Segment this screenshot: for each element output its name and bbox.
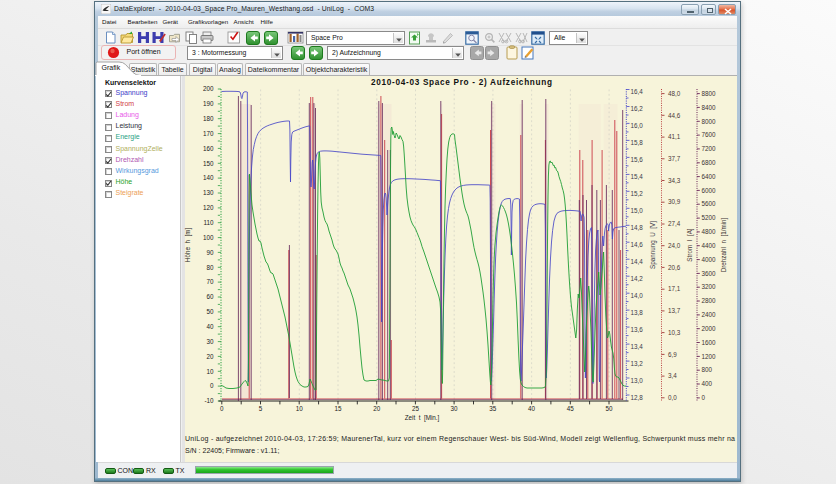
svg-text:13,2: 13,2 — [631, 360, 644, 367]
svg-text:14,8: 14,8 — [631, 224, 644, 231]
svg-text:60: 60 — [206, 293, 214, 300]
svg-text:190: 190 — [203, 100, 214, 107]
svg-text:7600: 7600 — [702, 131, 717, 138]
svg-text:14,4: 14,4 — [631, 258, 644, 265]
svg-text:13,8: 13,8 — [631, 309, 644, 316]
svg-text:16,0: 16,0 — [631, 122, 644, 129]
svg-text:20,6: 20,6 — [668, 264, 681, 271]
svg-text:110: 110 — [203, 219, 214, 226]
svg-text:24,0: 24,0 — [668, 242, 681, 249]
svg-text:30: 30 — [206, 338, 214, 345]
svg-text:6000: 6000 — [702, 187, 717, 194]
svg-text:8800: 8800 — [702, 90, 717, 97]
svg-text:2010-04-03 Space Pro - 2) Aufz: 2010-04-03 Space Pro - 2) Aufzeichnung — [371, 78, 552, 87]
svg-text:16,2: 16,2 — [631, 105, 644, 112]
svg-text:1200: 1200 — [702, 353, 717, 360]
svg-text:2000: 2000 — [702, 325, 717, 332]
svg-text:170: 170 — [203, 130, 214, 137]
svg-text:3,4: 3,4 — [668, 372, 677, 379]
svg-text:Strom I [A]: Strom I [A] — [686, 228, 694, 261]
svg-text:70: 70 — [206, 278, 214, 285]
svg-text:6400: 6400 — [702, 173, 717, 180]
svg-text:4400: 4400 — [702, 242, 717, 249]
svg-text:15,8: 15,8 — [631, 139, 644, 146]
svg-text:800: 800 — [702, 366, 713, 373]
svg-text:200: 200 — [203, 85, 214, 92]
svg-text:5600: 5600 — [702, 200, 717, 207]
svg-text:6800: 6800 — [702, 159, 717, 166]
svg-text:10: 10 — [206, 368, 214, 375]
svg-text:14,2: 14,2 — [631, 275, 644, 282]
svg-text:0,0: 0,0 — [668, 394, 677, 401]
svg-text:40: 40 — [206, 323, 214, 330]
svg-text:2800: 2800 — [702, 297, 717, 304]
svg-text:17,1: 17,1 — [668, 285, 681, 292]
svg-text:13,7: 13,7 — [668, 307, 681, 314]
svg-text:6,9: 6,9 — [668, 351, 677, 358]
svg-text:90: 90 — [206, 249, 214, 256]
svg-text:20: 20 — [206, 353, 214, 360]
svg-text:0: 0 — [220, 405, 224, 412]
svg-text:20: 20 — [373, 405, 381, 412]
svg-text:13,4: 13,4 — [631, 343, 644, 350]
svg-text:13,6: 13,6 — [631, 326, 644, 333]
svg-text:S/N : 22405; Firmware : v1.11;: S/N : 22405; Firmware : v1.11; — [185, 447, 279, 454]
svg-text:50: 50 — [206, 308, 214, 315]
svg-text:-10: -10 — [204, 397, 214, 404]
svg-text:15,6: 15,6 — [631, 156, 644, 163]
svg-text:10: 10 — [296, 405, 304, 412]
svg-text:30: 30 — [451, 405, 459, 412]
svg-text:15: 15 — [334, 405, 342, 412]
svg-text:15,4: 15,4 — [631, 173, 644, 180]
svg-text:34,3: 34,3 — [668, 177, 681, 184]
svg-text:15,2: 15,2 — [631, 190, 644, 197]
svg-text:13,0: 13,0 — [631, 377, 644, 384]
svg-text:40: 40 — [528, 405, 536, 412]
svg-text:UniLog - aufgezeichnet 2010-04: UniLog - aufgezeichnet 2010-04-03, 17:26… — [185, 435, 735, 443]
svg-text:35: 35 — [489, 405, 497, 412]
svg-text:45: 45 — [567, 405, 575, 412]
svg-text:3200: 3200 — [702, 283, 717, 290]
svg-text:41,1: 41,1 — [668, 133, 681, 140]
svg-text:14,0: 14,0 — [631, 292, 644, 299]
svg-text:30,9: 30,9 — [668, 198, 681, 205]
svg-text:5: 5 — [259, 405, 263, 412]
svg-text:140: 140 — [203, 174, 214, 181]
svg-text:100: 100 — [203, 234, 214, 241]
svg-text:10,3: 10,3 — [668, 329, 681, 336]
svg-text:400: 400 — [702, 380, 713, 387]
svg-text:4800: 4800 — [702, 228, 717, 235]
svg-text:1600: 1600 — [702, 339, 717, 346]
svg-text:37,7: 37,7 — [668, 155, 681, 162]
svg-text:160: 160 — [203, 145, 214, 152]
svg-text:150: 150 — [203, 160, 214, 167]
svg-text:Zeit t [Min.]: Zeit t [Min.] — [405, 414, 440, 422]
svg-text:50: 50 — [605, 405, 613, 412]
svg-text:48,0: 48,0 — [668, 90, 681, 97]
svg-text:4000: 4000 — [702, 256, 717, 263]
svg-text:80: 80 — [206, 264, 214, 271]
svg-text:12,8: 12,8 — [631, 394, 644, 401]
svg-text:15,0: 15,0 — [631, 207, 644, 214]
svg-text:180: 180 — [203, 115, 214, 122]
svg-text:2400: 2400 — [702, 311, 717, 318]
svg-text:14,6: 14,6 — [631, 241, 644, 248]
svg-text:25: 25 — [412, 405, 420, 412]
svg-text:7200: 7200 — [702, 145, 717, 152]
svg-text:27,4: 27,4 — [668, 220, 681, 227]
svg-text:Höhe h [m]: Höhe h [m] — [184, 228, 192, 263]
svg-text:3600: 3600 — [702, 270, 717, 277]
svg-text:Spannung U [V]: Spannung U [V] — [649, 221, 657, 269]
svg-text:130: 130 — [203, 189, 214, 196]
svg-text:8000: 8000 — [702, 118, 717, 125]
svg-text:5200: 5200 — [702, 214, 717, 221]
svg-text:8400: 8400 — [702, 104, 717, 111]
svg-text:44,6: 44,6 — [668, 112, 681, 119]
svg-text:0: 0 — [702, 394, 706, 401]
svg-text:0: 0 — [210, 382, 214, 389]
svg-text:120: 120 — [203, 204, 214, 211]
svg-text:Drehzahl n [1/min]: Drehzahl n [1/min] — [720, 217, 728, 272]
svg-text:16,4: 16,4 — [631, 88, 644, 95]
